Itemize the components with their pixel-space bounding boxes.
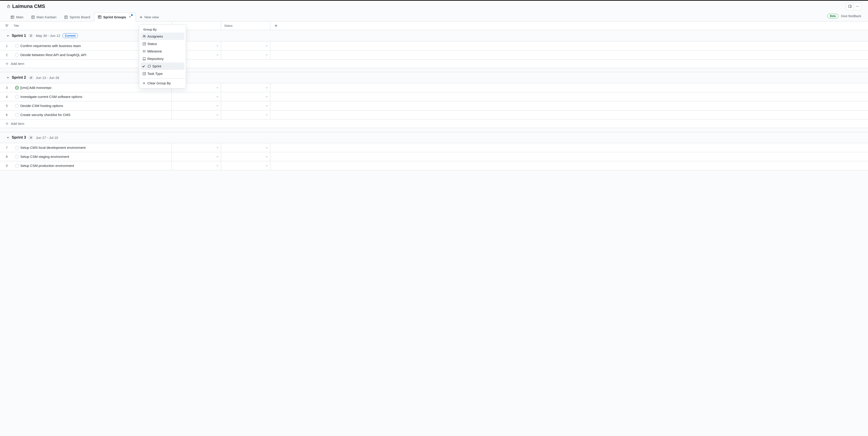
row-number: 2 [0,51,13,59]
draft-issue-icon [15,104,19,108]
draft-issue-icon [15,53,19,57]
row-number: 5 [0,101,13,110]
plus-icon [5,62,8,65]
table-row[interactable]: 4 Investigate current CSM software optio… [0,92,868,101]
row-title[interactable]: Setup CMS local development environment [20,143,172,152]
column-status-header[interactable]: Status [221,22,270,30]
svg-rect-35 [143,72,146,75]
svg-rect-12 [64,16,67,19]
menu-item-sprint[interactable]: Sprint [141,62,184,70]
table-row[interactable]: 6 Create security checklist for CMS [0,110,868,119]
row-number: 8 [0,152,13,161]
menu-item-label: Clear Group By [147,81,170,85]
table-row[interactable]: 1 Confirm requirments with business team [0,41,868,51]
menu-title: Group By [141,26,184,33]
menu-item-label: Task Type [147,72,162,76]
status-cell[interactable] [221,110,270,119]
plus-icon [140,16,143,19]
table-row[interactable]: 8 Setup CSM staging environment [0,152,868,161]
group-date-range: Jun 27 - Jul 10 [36,136,58,140]
chevron-down-icon [6,136,9,139]
tab-sprints-board[interactable]: Sprints Board [60,13,94,21]
more-options-button[interactable] [854,2,861,10]
draft-issue-icon [15,155,19,158]
menu-item-label: Status [147,42,157,46]
status-cell[interactable] [221,143,270,152]
status-cell[interactable] [221,92,270,101]
assignees-cell[interactable] [172,152,221,161]
menu-item-label: Repository [147,57,164,61]
columns-header: Title es Status [0,22,868,30]
menu-item-task-type[interactable]: Task Type [141,70,184,77]
menu-item-assignees[interactable]: Assignees [141,33,184,40]
group-header[interactable]: Sprint 3 4 Jun 27 - Jul 10 [0,132,868,143]
svg-point-3 [856,6,857,7]
assignees-cell[interactable] [172,101,221,110]
give-feedback-link[interactable]: Give feedback [841,14,862,18]
menu-item-clear-group-by[interactable]: Clear Group By [141,79,184,87]
tab-sprint-groups[interactable]: Sprint Groups [94,12,136,22]
menu-item-label: Assignees [147,34,163,38]
svg-rect-0 [7,6,10,8]
task-type-icon [143,72,146,76]
status-cell[interactable] [221,51,270,59]
draft-issue-icon [15,164,19,168]
row-number: 1 [0,41,13,50]
svg-point-29 [143,35,145,36]
table-row[interactable]: 7 Setup CMS local development environmen… [0,143,868,152]
draft-issue-icon [15,113,19,117]
panel-toggle-button[interactable] [846,2,854,10]
status-cell[interactable] [221,101,270,110]
row-title[interactable]: Decide CSM hosting options [20,101,172,110]
project-title[interactable]: Laimuna CMS [12,3,45,9]
close-icon [143,82,146,85]
tab-label: Sprint Groups [103,15,126,19]
status-cell[interactable] [221,41,270,50]
kanban-icon [64,16,68,19]
group-name: Sprint 2 [12,75,26,80]
status-cell[interactable] [221,83,270,92]
new-view-label: New view [145,15,159,19]
menu-item-milestone[interactable]: Milestone [141,48,184,55]
assignees-cell[interactable] [172,161,221,170]
add-column-button[interactable] [270,22,282,30]
row-number: 3 [0,83,13,92]
chevron-down-icon [6,76,9,79]
add-item-button[interactable]: Add item [0,59,868,68]
menu-item-repository[interactable]: Repository [141,55,184,62]
draft-issue-icon [15,44,19,48]
status-cell[interactable] [221,161,270,170]
table-row[interactable]: 2 Decide between Rest API and GraphQL AP… [0,51,868,59]
status-cell[interactable] [221,152,270,161]
tab-main-kanban[interactable]: Main Kanban [27,13,60,21]
svg-rect-9 [31,16,34,19]
row-title[interactable]: Investigate current CSM software options [20,92,172,101]
table-row[interactable]: 5 Decide CSM hosting options [0,101,868,110]
table-icon [11,16,14,19]
tab-label: Sprints Board [70,15,90,19]
row-title[interactable]: Setup CSM staging environment [20,152,172,161]
new-view-button[interactable]: New view [136,13,162,21]
row-title[interactable]: Setup CSM production environment [20,161,172,170]
open-issue-icon [15,86,19,90]
add-item-label: Add item [11,62,24,65]
tab-dropdown-button[interactable] [128,15,132,19]
add-item-button[interactable]: Add item [0,119,868,128]
menu-item-status[interactable]: Status [141,40,184,48]
table-row[interactable]: 3 [cms] Add monorepo [0,83,868,92]
sprint-icon [147,64,151,68]
status-icon [143,42,146,46]
group-count-badge: 4 [28,136,33,140]
menu-item-label: Milestone [147,49,162,53]
assignees-cell[interactable] [172,92,221,101]
svg-point-5 [858,6,859,7]
row-title[interactable]: Create security checklist for CMS [20,110,172,119]
tab-main[interactable]: Main [7,13,27,21]
table-row[interactable]: 9 Setup CSM production environment [0,161,868,170]
assignees-cell[interactable] [172,143,221,152]
assignees-cell[interactable] [172,110,221,119]
group-header[interactable]: Sprint 2 4 Jun 13 - Jun 26 [0,72,868,83]
draft-issue-icon [15,95,19,98]
filter-button[interactable] [0,22,13,30]
group-header[interactable]: Sprint 1 2 May 30 - Jun 12 Current [0,30,868,41]
